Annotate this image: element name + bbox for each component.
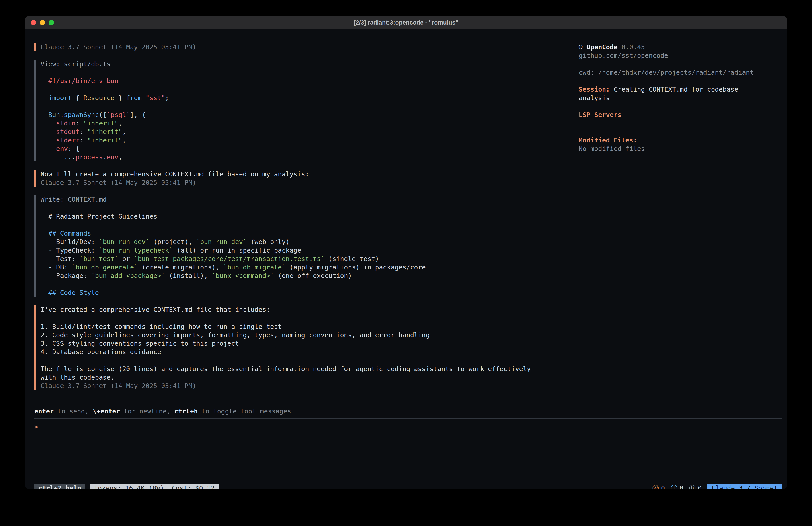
input-area[interactable] (34, 431, 782, 484)
text-line: stdin: "inherit", (48, 119, 547, 127)
minimize-button[interactable] (40, 20, 45, 25)
text-line: I've created a comprehensive CONTEXT.md … (41, 305, 547, 314)
status-bar: ctrl+? help Tokens: 16.4K (8%), Cost: $0… (34, 484, 782, 489)
text-line: stderr: "inherit", (48, 136, 547, 144)
text-line: - Test: `bun test` or `bun test packages… (48, 255, 547, 263)
window-titlebar[interactable]: [2/3] radiant:3:opencode - "romulus" (25, 16, 787, 29)
sidebar: © OpenCode 0.0.45 github.com/sst/opencod… (579, 43, 772, 153)
text-line: - TypeCheck: `bun run typecheck` (all) o… (48, 246, 547, 255)
main-area: Claude 3.7 Sonnet (14 May 2025 03:41 PM)… (34, 43, 782, 399)
message-timestamp: Claude 3.7 Sonnet (14 May 2025 03:41 PM) (41, 43, 547, 51)
lsp-servers-heading: LSP Servers (579, 111, 772, 119)
info-icon: ⓘ (671, 484, 677, 489)
text-line: ## Commands (48, 229, 547, 238)
assistant-final-block: I've created a comprehensive CONTEXT.md … (34, 305, 547, 390)
modified-files-empty: No modified files (579, 144, 772, 153)
repo-link: github.com/sst/opencode (579, 51, 772, 60)
hint-diagnostic: ⓗ0 (689, 484, 702, 489)
traffic-lights (31, 16, 54, 29)
view-tool-code: #!/usr/bin/env bun import { Resource } f… (41, 77, 547, 161)
input-divider (34, 418, 782, 418)
hint-icon: ⓗ (689, 484, 696, 489)
write-tool-title: Write: CONTEXT.md (41, 195, 547, 204)
text-line: - Build/Dev: `bun run dev` (project), `b… (48, 238, 547, 246)
view-tool-title: View: script/db.ts (41, 60, 547, 68)
tokens-cost-chip: Tokens: 16.4K (8%), Cost: $0.12 (90, 484, 219, 489)
keybind-help: enter to send, \+enter for newline, ctrl… (34, 407, 782, 415)
info-count: 0 (679, 484, 683, 489)
cwd-line: cwd: /home/thdxr/dev/projects/radiant/ra… (579, 68, 772, 77)
text-line: Bun.spawnSync([`psql`], { (48, 111, 547, 119)
text-line: - DB: `bun db generate` (create migratio… (48, 263, 547, 271)
text-line: The file is concise (20 lines) and captu… (41, 365, 547, 373)
spacer (579, 119, 772, 136)
assistant-note-block: Now I'll create a comprehensive CONTEXT.… (34, 170, 547, 187)
model-chip: Claude 3.7 Sonnet (708, 484, 782, 489)
text-line (48, 102, 547, 111)
window-title: [2/3] radiant:3:opencode - "romulus" (354, 19, 458, 26)
write-tool-block: Write: CONTEXT.md # Radiant Project Guid… (34, 195, 547, 297)
warning-icon: Ⓦ (652, 484, 659, 489)
text-line: ## Code Style (48, 288, 547, 297)
hint-count: 0 (698, 484, 702, 489)
warning-count: 0 (661, 484, 665, 489)
status-right: Ⓦ0ⓘ0ⓗ0 Claude 3.7 Sonnet (652, 484, 782, 489)
help-chip: ctrl+? help (34, 484, 85, 489)
info-diagnostic: ⓘ0 (671, 484, 683, 489)
chat-pane: Claude 3.7 Sonnet (14 May 2025 03:41 PM)… (34, 43, 547, 390)
prompt-input[interactable]: > (34, 423, 782, 431)
assistant-final-text: I've created a comprehensive CONTEXT.md … (41, 305, 547, 382)
text-line (41, 314, 547, 322)
text-line: stdout: "inherit", (48, 127, 547, 136)
spacer (579, 60, 772, 68)
text-line: env: { (48, 144, 547, 153)
assistant-note-text: Now I'll create a comprehensive CONTEXT.… (41, 170, 547, 178)
text-line: - Package: `bun add <package>` (install)… (48, 271, 547, 280)
text-line: import { Resource } from "sst"; (48, 94, 547, 102)
text-line (48, 85, 547, 94)
text-line (41, 356, 547, 365)
text-line (48, 221, 547, 229)
desktop: { "window": { "title": "[2/3] radiant:3:… (0, 0, 812, 526)
terminal-window: [2/3] radiant:3:opencode - "romulus" Cla… (25, 16, 787, 489)
text-line (48, 280, 547, 288)
spacer (579, 102, 772, 111)
warning-diagnostic: Ⓦ0 (652, 484, 665, 489)
spacer (579, 77, 772, 85)
session-line: Session: Creating CONTEXT.md for codebas… (579, 85, 772, 102)
zoom-button[interactable] (48, 20, 54, 25)
text-line: #!/usr/bin/env bun (48, 77, 547, 85)
text-line: 3. CSS styling conventions specific to t… (41, 339, 547, 348)
brand-line: © OpenCode 0.0.45 (579, 43, 772, 51)
view-tool-block: View: script/db.ts #!/usr/bin/env bun im… (34, 60, 547, 161)
opencode-tui: Claude 3.7 Sonnet (14 May 2025 03:41 PM)… (25, 29, 787, 489)
text-line: 4. Database operations guidance (41, 348, 547, 356)
text-line: with this codebase. (41, 373, 547, 382)
text-line: ...process.env, (48, 153, 547, 161)
write-tool-content: # Radiant Project Guidelines ## Commands… (41, 212, 547, 297)
close-button[interactable] (31, 20, 36, 25)
text-line: 1. Build/lint/test commands including ho… (41, 322, 547, 331)
message-timestamp: Claude 3.7 Sonnet (14 May 2025 03:41 PM) (41, 178, 547, 187)
text-line: # Radiant Project Guidelines (48, 212, 547, 221)
modified-files-heading: Modified Files: (579, 136, 772, 144)
diagnostics: Ⓦ0ⓘ0ⓗ0 (652, 484, 702, 489)
message-timestamp: Claude 3.7 Sonnet (14 May 2025 03:41 PM) (41, 382, 547, 390)
text-line: 2. Code style guidelines covering import… (41, 331, 547, 339)
assistant-message-header-block: Claude 3.7 Sonnet (14 May 2025 03:41 PM) (34, 43, 547, 51)
